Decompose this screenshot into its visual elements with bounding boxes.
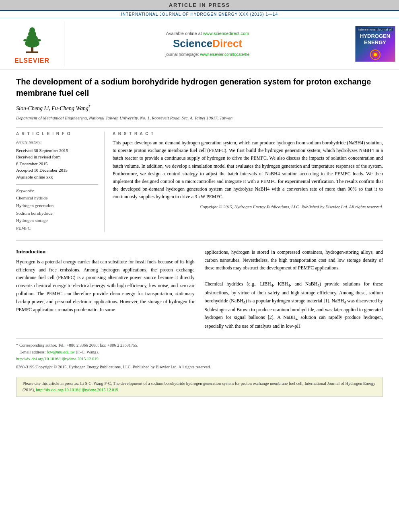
info-abstract-section: A R T I C L E I N F O Article history: R… [16, 131, 383, 232]
history-divider [16, 184, 98, 185]
footer-notes: * Corresponding author. Tel.: +886 2 336… [16, 339, 383, 371]
abstract-divider [16, 240, 383, 240]
citation-text: Please cite this article in press as: Li… [23, 381, 375, 392]
keyword-5: PEMFC [16, 224, 98, 232]
corresponding-note: * Corresponding author. Tel.: +886 2 336… [16, 342, 383, 349]
keyword-4: Hydrogen storage [16, 217, 98, 224]
sciencedirect-url[interactable]: www.sciencedirect.com [203, 31, 249, 36]
article-info-heading: A R T I C L E I N F O [16, 131, 98, 136]
revised-date: Received in revised form8 December 2015 [16, 154, 98, 167]
article-info-col: A R T I C L E I N F O Article history: R… [16, 131, 105, 232]
footer-copyright: 0360-3199/Copyright © 2015, Hydrogen Ene… [16, 364, 383, 371]
author-names: Siou-Cheng Li, Fu-Cheng Wang [16, 105, 88, 111]
abstract-heading: A B S T R A C T [113, 131, 383, 136]
corresponding-mark: * [88, 104, 90, 109]
sciencedirect-logo: ScienceDirect [173, 37, 242, 50]
citation-doi-link[interactable]: http://dx.doi.org/10.1016/j.ijhydene.201… [36, 388, 118, 392]
svg-point-5 [29, 27, 35, 34]
svg-rect-1 [26, 51, 38, 53]
authors: Siou-Cheng Li, Fu-Cheng Wang* [16, 104, 383, 112]
keywords-section: Keywords: Chemical hydride Hydrogen gene… [16, 189, 98, 232]
keyword-1: Chemical hydride [16, 194, 98, 202]
top-header: ELSEVIER Available online at www.science… [0, 18, 399, 70]
hydrogen-logo-graphic [365, 49, 385, 61]
available-online: Available online at www.sciencedirect.co… [166, 31, 249, 36]
keyword-3: Sodium borohydride [16, 210, 98, 217]
email-link[interactable]: fcw@ntu.edu.tw [47, 350, 75, 354]
history-label: Article history: [16, 139, 98, 146]
svg-point-6 [23, 39, 27, 41]
introduction-section: Introduction Hydrogen is a potential ene… [16, 249, 383, 331]
article-title: The development of a sodium borohydride … [16, 76, 383, 99]
svg-point-7 [37, 39, 41, 41]
journal-homepage-link[interactable]: www.elsevier.com/locate/he [200, 52, 249, 57]
hydrogen-logo-box: International Journal of HYDROGENENERGY [351, 21, 399, 66]
introduction-columns: Introduction Hydrogen is a potential ene… [16, 249, 383, 331]
journal-bar: INTERNATIONAL JOURNAL OF HYDROGEN ENERGY… [0, 10, 399, 18]
intro-right-col: applications, hydrogen is stored in comp… [205, 249, 383, 331]
citation-box: Please cite this article in press as: Li… [16, 377, 383, 397]
journal-homepage: journal homepage: www.elsevier.com/locat… [166, 52, 249, 57]
intro-left-col: Introduction Hydrogen is a potential ene… [16, 249, 195, 331]
center-header: Available online at www.sciencedirect.co… [64, 21, 351, 66]
elsevier-logo-box: ELSEVIER [0, 21, 64, 66]
available-date: Available online xxx [16, 174, 98, 181]
article-history: Article history: Received 30 September 2… [16, 139, 98, 180]
hydrogen-energy-logo: International Journal of HYDROGENENERGY [355, 26, 395, 62]
main-content: The development of a sodium borohydride … [0, 70, 399, 401]
banner-text: ARTICLE IN PRESS [169, 2, 230, 8]
svg-point-10 [374, 53, 377, 56]
intro-left-text: Hydrogen is a potential energy carrier t… [16, 258, 195, 314]
keywords-label: Keywords: [16, 189, 98, 193]
article-in-press-banner: ARTICLE IN PRESS [0, 0, 399, 10]
elsevier-label: ELSEVIER [14, 57, 49, 64]
accepted-date: Accepted 10 December 2015 [16, 167, 98, 174]
abstract-col: A B S T R A C T This paper develops an o… [113, 131, 383, 232]
doi-link[interactable]: http://dx.doi.org/10.1016/j.ijhydene.201… [16, 357, 99, 361]
email-line: E-mail address: fcw@ntu.edu.tw (F.-C. Wa… [16, 349, 383, 356]
journal-bar-text: INTERNATIONAL JOURNAL OF HYDROGEN ENERGY… [121, 12, 278, 16]
header-divider [16, 127, 383, 127]
abstract-text: This paper develops an on-demand hydroge… [113, 139, 383, 201]
keyword-2: Hydrogen generation [16, 202, 98, 210]
abstract-copyright: Copyright © 2015, Hydrogen Energy Public… [113, 204, 383, 209]
introduction-heading: Introduction [16, 249, 195, 255]
intro-right-text: applications, hydrogen is stored in comp… [205, 249, 383, 331]
elsevier-tree-icon [14, 23, 50, 55]
received-date: Received 30 September 2015 [16, 147, 98, 154]
affiliation: Department of Mechanical Engineering, Na… [16, 115, 383, 121]
doi-line: http://dx.doi.org/10.1016/j.ijhydene.201… [16, 356, 383, 363]
